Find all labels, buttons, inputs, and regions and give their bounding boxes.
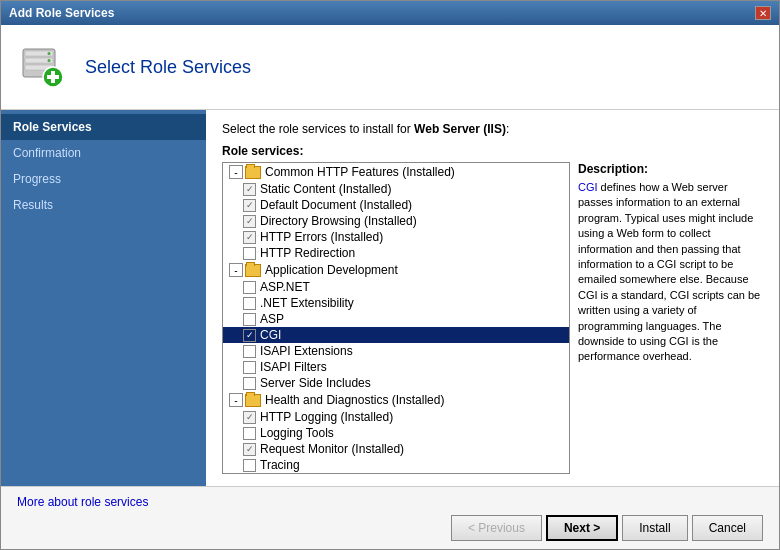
header-icon <box>17 41 69 93</box>
checkbox-aspnet[interactable] <box>243 281 256 294</box>
tree-item-net-ext: .NET Extensibility <box>223 295 569 311</box>
header: Select Role Services <box>1 25 779 110</box>
checkbox-http-errors[interactable]: ✓ <box>243 231 256 244</box>
bottom-bar: More about role services < Previous Next… <box>1 486 779 549</box>
checkbox-static[interactable]: ✓ <box>243 183 256 196</box>
svg-point-5 <box>48 59 51 62</box>
description-label: Description: <box>578 162 763 176</box>
sidebar-item-results[interactable]: Results <box>1 192 206 218</box>
label-asp: ASP <box>260 312 284 326</box>
label-logging-tools: Logging Tools <box>260 426 334 440</box>
instruction-text: Select the role services to install for … <box>222 122 763 136</box>
sidebar-item-role-services[interactable]: Role Services <box>1 114 206 140</box>
window-title: Add Role Services <box>9 6 114 20</box>
description-panel: Description: CGI defines how a Web serve… <box>578 162 763 474</box>
label-default-doc: Default Document (Installed) <box>260 198 412 212</box>
tree-item-http-errors: ✓ HTTP Errors (Installed) <box>223 229 569 245</box>
section-health: - Health and Diagnostics (Installed) <box>223 391 569 409</box>
label-aspnet: ASP.NET <box>260 280 310 294</box>
label-net-ext: .NET Extensibility <box>260 296 354 310</box>
svg-rect-8 <box>47 75 59 79</box>
tree-item-http-redir: HTTP Redirection <box>223 245 569 261</box>
tree-item-cgi[interactable]: ✓ CGI <box>223 327 569 343</box>
main-panel: Select the role services to install for … <box>206 110 779 486</box>
svg-point-4 <box>48 52 51 55</box>
sidebar-item-progress[interactable]: Progress <box>1 166 206 192</box>
tree-item-req-monitor: ✓ Request Monitor (Installed) <box>223 441 569 457</box>
label-http-logging: HTTP Logging (Installed) <box>260 410 393 424</box>
sidebar: Role Services Confirmation Progress Resu… <box>1 110 206 486</box>
tree-item-dir-browsing: ✓ Directory Browsing (Installed) <box>223 213 569 229</box>
expand-common-http[interactable]: - <box>229 165 243 179</box>
button-row: < Previous Next > Install Cancel <box>17 515 763 541</box>
checkbox-default-doc[interactable]: ✓ <box>243 199 256 212</box>
section-label-app: Application Development <box>265 263 398 277</box>
label-ssi: Server Side Includes <box>260 376 371 390</box>
checkbox-isapi-ext[interactable] <box>243 345 256 358</box>
tree-item-logging-tools: Logging Tools <box>223 425 569 441</box>
label-http-errors: HTTP Errors (Installed) <box>260 230 383 244</box>
tree-item-isapi-filters: ISAPI Filters <box>223 359 569 375</box>
section-label-common: Common HTTP Features (Installed) <box>265 165 455 179</box>
cancel-button[interactable]: Cancel <box>692 515 763 541</box>
expand-app-dev[interactable]: - <box>229 263 243 277</box>
section-label-health: Health and Diagnostics (Installed) <box>265 393 444 407</box>
checkbox-net-ext[interactable] <box>243 297 256 310</box>
label-isapi-ext: ISAPI Extensions <box>260 344 353 358</box>
tree-item-asp: ASP <box>223 311 569 327</box>
prev-button[interactable]: < Previous <box>451 515 542 541</box>
tree-item-static: ✓ Static Content (Installed) <box>223 181 569 197</box>
folder-icon-health <box>245 394 261 407</box>
split-area: - Common HTTP Features (Installed) ✓ Sta… <box>222 162 763 474</box>
role-services-label: Role services: <box>222 144 763 158</box>
label-req-monitor: Request Monitor (Installed) <box>260 442 404 456</box>
main-window: Add Role Services ✕ Select Role Services <box>0 0 780 550</box>
checkbox-req-monitor[interactable]: ✓ <box>243 443 256 456</box>
title-bar: Add Role Services ✕ <box>1 1 779 25</box>
checkbox-tracing[interactable] <box>243 459 256 472</box>
tree-item-aspnet: ASP.NET <box>223 279 569 295</box>
sidebar-item-confirmation[interactable]: Confirmation <box>1 140 206 166</box>
label-dir-browsing: Directory Browsing (Installed) <box>260 214 417 228</box>
checkbox-http-logging[interactable]: ✓ <box>243 411 256 424</box>
tree-item-isapi-ext: ISAPI Extensions <box>223 343 569 359</box>
tree-item-default-doc: ✓ Default Document (Installed) <box>223 197 569 213</box>
label-http-redir: HTTP Redirection <box>260 246 355 260</box>
more-about-link[interactable]: More about role services <box>17 495 148 509</box>
folder-icon-app <box>245 264 261 277</box>
checkbox-http-redir[interactable] <box>243 247 256 260</box>
folder-icon-common <box>245 166 261 179</box>
label-static: Static Content (Installed) <box>260 182 391 196</box>
close-button[interactable]: ✕ <box>755 6 771 20</box>
tree-item-custom-logging: Custom Logging <box>223 473 569 474</box>
checkbox-logging-tools[interactable] <box>243 427 256 440</box>
checkbox-dir-browsing[interactable]: ✓ <box>243 215 256 228</box>
label-isapi-filters: ISAPI Filters <box>260 360 327 374</box>
next-button[interactable]: Next > <box>546 515 618 541</box>
label-tracing: Tracing <box>260 458 300 472</box>
tree-panel[interactable]: - Common HTTP Features (Installed) ✓ Sta… <box>222 162 570 474</box>
checkbox-asp[interactable] <box>243 313 256 326</box>
tree-item-http-logging: ✓ HTTP Logging (Installed) <box>223 409 569 425</box>
description-text: CGI defines how a Web server passes info… <box>578 180 763 365</box>
checkbox-isapi-filters[interactable] <box>243 361 256 374</box>
section-app-dev: - Application Development <box>223 261 569 279</box>
tree-item-tracing: Tracing <box>223 457 569 473</box>
install-button[interactable]: Install <box>622 515 687 541</box>
section-common-http: - Common HTTP Features (Installed) <box>223 163 569 181</box>
content-area: Role Services Confirmation Progress Resu… <box>1 110 779 486</box>
label-cgi: CGI <box>260 328 281 342</box>
description-cgi-link[interactable]: CGI <box>578 181 598 193</box>
tree-item-ssi: Server Side Includes <box>223 375 569 391</box>
checkbox-cgi[interactable]: ✓ <box>243 329 256 342</box>
checkbox-ssi[interactable] <box>243 377 256 390</box>
more-info-link-container: More about role services <box>17 495 763 509</box>
expand-health[interactable]: - <box>229 393 243 407</box>
page-title: Select Role Services <box>85 57 251 78</box>
